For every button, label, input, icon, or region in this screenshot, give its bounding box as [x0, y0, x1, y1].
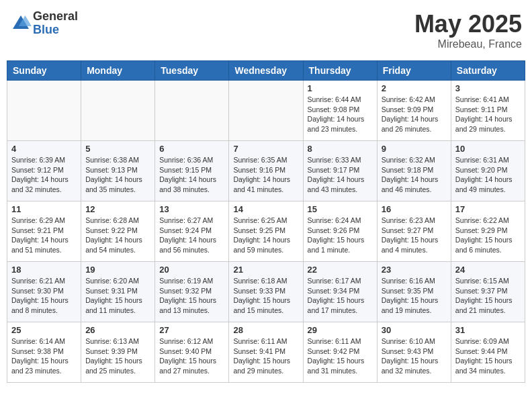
- title-month: May 2025: [414, 10, 522, 38]
- day-info: Sunrise: 6:11 AM Sunset: 9:42 PM Dayligh…: [308, 336, 373, 376]
- day-info: Sunrise: 6:36 AM Sunset: 9:15 PM Dayligh…: [159, 155, 224, 195]
- day-info: Sunrise: 6:23 AM Sunset: 9:27 PM Dayligh…: [382, 216, 447, 255]
- calendar-cell: 20Sunrise: 6:19 AM Sunset: 9:32 PM Dayli…: [155, 262, 229, 322]
- calendar-cell: 7Sunrise: 6:35 AM Sunset: 9:16 PM Daylig…: [229, 141, 303, 201]
- day-info: Sunrise: 6:32 AM Sunset: 9:18 PM Dayligh…: [382, 155, 447, 195]
- day-number: 23: [382, 265, 447, 275]
- day-number: 30: [382, 325, 447, 335]
- calendar-cell: 26Sunrise: 6:13 AM Sunset: 9:39 PM Dayli…: [81, 322, 155, 383]
- day-info: Sunrise: 6:35 AM Sunset: 9:16 PM Dayligh…: [233, 155, 298, 195]
- day-number: 1: [308, 83, 373, 93]
- title-block: May 2025 Mirebeau, France: [414, 10, 522, 50]
- calendar-cell: 11Sunrise: 6:29 AM Sunset: 9:21 PM Dayli…: [7, 201, 81, 262]
- calendar-week-2: 4Sunrise: 6:39 AM Sunset: 9:12 PM Daylig…: [7, 141, 525, 201]
- day-number: 7: [233, 144, 298, 154]
- day-number: 11: [11, 204, 77, 214]
- calendar-cell: 6Sunrise: 6:36 AM Sunset: 9:15 PM Daylig…: [155, 141, 229, 201]
- day-number: 2: [382, 83, 447, 93]
- day-number: 5: [85, 144, 150, 154]
- day-number: 3: [455, 83, 521, 93]
- day-number: 29: [308, 325, 373, 335]
- header-wednesday: Wednesday: [229, 61, 303, 81]
- day-info: Sunrise: 6:11 AM Sunset: 9:41 PM Dayligh…: [233, 336, 298, 376]
- calendar-cell: 29Sunrise: 6:11 AM Sunset: 9:42 PM Dayli…: [303, 322, 377, 383]
- day-info: Sunrise: 6:14 AM Sunset: 9:38 PM Dayligh…: [11, 336, 77, 376]
- calendar-cell: 23Sunrise: 6:16 AM Sunset: 9:35 PM Dayli…: [377, 262, 451, 322]
- day-info: Sunrise: 6:27 AM Sunset: 9:24 PM Dayligh…: [159, 216, 224, 255]
- calendar-header-row: SundayMondayTuesdayWednesdayThursdayFrid…: [7, 61, 525, 81]
- calendar-cell: 31Sunrise: 6:09 AM Sunset: 9:44 PM Dayli…: [451, 322, 525, 383]
- logo-icon: [10, 13, 32, 34]
- day-number: 17: [455, 204, 521, 214]
- day-number: 8: [308, 144, 373, 154]
- day-info: Sunrise: 6:28 AM Sunset: 9:22 PM Dayligh…: [85, 216, 150, 255]
- calendar-cell: 18Sunrise: 6:21 AM Sunset: 9:30 PM Dayli…: [7, 262, 81, 322]
- day-number: 26: [85, 325, 150, 335]
- day-number: 9: [382, 144, 447, 154]
- day-info: Sunrise: 6:22 AM Sunset: 9:29 PM Dayligh…: [455, 216, 521, 255]
- calendar-cell: 17Sunrise: 6:22 AM Sunset: 9:29 PM Dayli…: [451, 201, 525, 262]
- calendar-cell: 2Sunrise: 6:42 AM Sunset: 9:09 PM Daylig…: [377, 81, 451, 141]
- day-info: Sunrise: 6:15 AM Sunset: 9:37 PM Dayligh…: [455, 276, 521, 316]
- calendar-week-4: 18Sunrise: 6:21 AM Sunset: 9:30 PM Dayli…: [7, 262, 525, 322]
- calendar-cell: 4Sunrise: 6:39 AM Sunset: 9:12 PM Daylig…: [7, 141, 81, 201]
- calendar-cell: 14Sunrise: 6:25 AM Sunset: 9:25 PM Dayli…: [229, 201, 303, 262]
- day-number: 6: [159, 144, 224, 154]
- calendar-cell: 27Sunrise: 6:12 AM Sunset: 9:40 PM Dayli…: [155, 322, 229, 383]
- calendar-cell: 25Sunrise: 6:14 AM Sunset: 9:38 PM Dayli…: [7, 322, 81, 383]
- day-info: Sunrise: 6:17 AM Sunset: 9:34 PM Dayligh…: [308, 276, 373, 316]
- day-number: 27: [159, 325, 224, 335]
- calendar-cell: 24Sunrise: 6:15 AM Sunset: 9:37 PM Dayli…: [451, 262, 525, 322]
- calendar-cell: 28Sunrise: 6:11 AM Sunset: 9:41 PM Dayli…: [229, 322, 303, 383]
- day-number: 4: [11, 144, 77, 154]
- calendar-week-1: 1Sunrise: 6:44 AM Sunset: 9:08 PM Daylig…: [7, 81, 525, 141]
- day-number: 28: [233, 325, 298, 335]
- header-thursday: Thursday: [303, 61, 377, 81]
- day-info: Sunrise: 6:38 AM Sunset: 9:13 PM Dayligh…: [85, 155, 150, 195]
- logo-text: General Blue: [33, 10, 78, 37]
- day-info: Sunrise: 6:39 AM Sunset: 9:12 PM Dayligh…: [11, 155, 77, 195]
- calendar-cell: 19Sunrise: 6:20 AM Sunset: 9:31 PM Dayli…: [81, 262, 155, 322]
- header-saturday: Saturday: [451, 61, 525, 81]
- header-sunday: Sunday: [7, 61, 81, 81]
- day-number: 21: [233, 265, 298, 275]
- day-info: Sunrise: 6:25 AM Sunset: 9:25 PM Dayligh…: [233, 216, 298, 255]
- day-info: Sunrise: 6:29 AM Sunset: 9:21 PM Dayligh…: [11, 216, 77, 255]
- calendar-cell: 5Sunrise: 6:38 AM Sunset: 9:13 PM Daylig…: [81, 141, 155, 201]
- day-info: Sunrise: 6:33 AM Sunset: 9:17 PM Dayligh…: [308, 155, 373, 195]
- calendar-cell: 30Sunrise: 6:10 AM Sunset: 9:43 PM Dayli…: [377, 322, 451, 383]
- day-info: Sunrise: 6:44 AM Sunset: 9:08 PM Dayligh…: [308, 95, 373, 134]
- calendar-cell: 12Sunrise: 6:28 AM Sunset: 9:22 PM Dayli…: [81, 201, 155, 262]
- calendar-week-5: 25Sunrise: 6:14 AM Sunset: 9:38 PM Dayli…: [7, 322, 525, 383]
- header-tuesday: Tuesday: [155, 61, 229, 81]
- day-number: 25: [11, 325, 77, 335]
- day-info: Sunrise: 6:10 AM Sunset: 9:43 PM Dayligh…: [382, 336, 447, 376]
- day-number: 15: [308, 204, 373, 214]
- title-location: Mirebeau, France: [414, 38, 522, 50]
- calendar-cell: [81, 81, 155, 141]
- day-number: 16: [382, 204, 447, 214]
- day-number: 18: [11, 265, 77, 275]
- logo-blue: Blue: [33, 24, 78, 37]
- day-info: Sunrise: 6:16 AM Sunset: 9:35 PM Dayligh…: [382, 276, 447, 316]
- day-info: Sunrise: 6:18 AM Sunset: 9:33 PM Dayligh…: [233, 276, 298, 316]
- day-info: Sunrise: 6:21 AM Sunset: 9:30 PM Dayligh…: [11, 276, 77, 316]
- calendar-cell: 15Sunrise: 6:24 AM Sunset: 9:26 PM Dayli…: [303, 201, 377, 262]
- day-number: 20: [159, 265, 224, 275]
- day-info: Sunrise: 6:20 AM Sunset: 9:31 PM Dayligh…: [85, 276, 150, 316]
- calendar-cell: [229, 81, 303, 141]
- calendar-cell: 21Sunrise: 6:18 AM Sunset: 9:33 PM Dayli…: [229, 262, 303, 322]
- calendar-table: SundayMondayTuesdayWednesdayThursdayFrid…: [7, 60, 525, 383]
- calendar-cell: 9Sunrise: 6:32 AM Sunset: 9:18 PM Daylig…: [377, 141, 451, 201]
- calendar-cell: 3Sunrise: 6:41 AM Sunset: 9:11 PM Daylig…: [451, 81, 525, 141]
- day-number: 22: [308, 265, 373, 275]
- day-number: 19: [85, 265, 150, 275]
- day-number: 24: [455, 265, 521, 275]
- day-info: Sunrise: 6:13 AM Sunset: 9:39 PM Dayligh…: [85, 336, 150, 376]
- calendar-cell: 22Sunrise: 6:17 AM Sunset: 9:34 PM Dayli…: [303, 262, 377, 322]
- day-info: Sunrise: 6:09 AM Sunset: 9:44 PM Dayligh…: [455, 336, 521, 376]
- day-number: 10: [455, 144, 521, 154]
- day-number: 14: [233, 204, 298, 214]
- day-info: Sunrise: 6:12 AM Sunset: 9:40 PM Dayligh…: [159, 336, 224, 376]
- calendar-week-3: 11Sunrise: 6:29 AM Sunset: 9:21 PM Dayli…: [7, 201, 525, 262]
